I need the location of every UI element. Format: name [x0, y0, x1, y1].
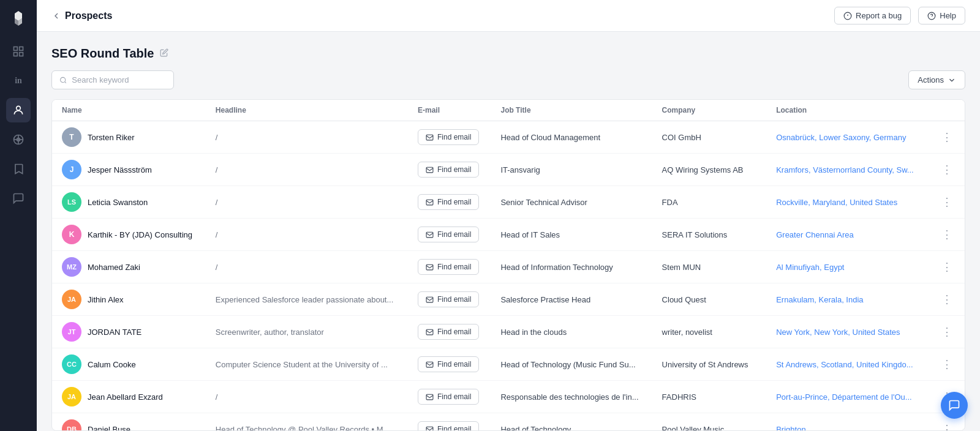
row-more-button[interactable]: ⋮	[939, 258, 955, 276]
company-cell: Pool Valley Music	[652, 413, 767, 432]
name-cell: JT JORDAN TATE	[52, 316, 206, 348]
headline-cell: Screenwriter, author, translator	[206, 316, 408, 348]
email-cell: Find email	[408, 413, 491, 432]
row-actions-cell: ⋮	[929, 186, 965, 219]
help-icon	[927, 12, 936, 20]
email-cell: Find email	[408, 186, 491, 219]
table-row: JA Jithin Alex Experienced Salesforce le…	[52, 283, 965, 316]
sidebar-icon-network[interactable]	[6, 127, 31, 152]
prospect-job-title: Head of Technology (Music Fund Su...	[500, 360, 635, 369]
chat-bubble[interactable]	[941, 392, 968, 419]
avatar: K	[62, 225, 81, 244]
table-header-row: Name Headline E-mail Job Title Company L…	[52, 100, 965, 121]
search-input[interactable]	[72, 75, 166, 84]
table-row: K Karthik - BY (JDA) Consulting / Find e…	[52, 219, 965, 251]
avatar: MZ	[62, 257, 81, 277]
prospect-company: AQ Wiring Systems AB	[662, 165, 744, 174]
name-cell: CC Calum Cooke	[52, 348, 206, 381]
prospect-location: New York, New York, United States	[776, 328, 900, 337]
row-actions-cell: ⋮	[929, 251, 965, 283]
find-email-button[interactable]: Find email	[418, 259, 479, 275]
row-more-button[interactable]: ⋮	[939, 290, 955, 309]
chevron-down-icon	[948, 76, 956, 84]
find-email-button[interactable]: Find email	[418, 324, 479, 340]
svg-rect-23	[426, 362, 433, 367]
location-cell: Kramfors, Västernorrland County, Sw...	[766, 154, 929, 186]
prospect-job-title: IT-ansvarig	[500, 165, 540, 174]
find-email-button[interactable]: Find email	[418, 356, 479, 372]
location-cell: Port-au-Prince, Département de l'Ou...	[766, 381, 929, 413]
svg-line-15	[65, 81, 66, 83]
back-button[interactable]: Prospects	[51, 10, 112, 21]
sidebar-icon-message[interactable]	[6, 186, 31, 211]
prospect-location: Ernakulam, Kerala, India	[776, 295, 863, 304]
prospect-headline: /	[216, 198, 218, 207]
col-name: Name	[52, 100, 206, 121]
find-email-button[interactable]: Find email	[418, 129, 479, 145]
row-more-button[interactable]: ⋮	[939, 323, 955, 341]
sidebar: in	[0, 0, 37, 431]
headline-cell: Head of Technology @ Pool Valley Records…	[206, 413, 408, 432]
find-email-button[interactable]: Find email	[418, 227, 479, 242]
company-cell: writer, novelist	[652, 316, 767, 348]
row-more-button[interactable]: ⋮	[939, 225, 955, 244]
svg-rect-19	[426, 232, 433, 238]
prospect-company: FDA	[662, 198, 678, 207]
svg-rect-17	[426, 167, 433, 173]
headline-cell: /	[206, 219, 408, 251]
job-title-cell: Head of Cloud Management	[491, 121, 652, 154]
edit-icon[interactable]	[160, 48, 168, 59]
sidebar-icon-chart[interactable]	[6, 39, 31, 64]
app-logo	[7, 7, 29, 29]
prospect-company: University of St Andrews	[662, 360, 748, 369]
prospect-job-title: Head of IT Sales	[500, 230, 560, 239]
prospect-headline: Computer Science Student at the Universi…	[216, 360, 388, 369]
col-email: E-mail	[408, 100, 491, 121]
prospect-name: Leticia Swanston	[88, 198, 148, 207]
sidebar-icon-people[interactable]	[6, 98, 31, 122]
prospect-location: Port-au-Prince, Département de l'Ou...	[776, 392, 911, 402]
email-icon	[426, 328, 434, 336]
avatar: T	[62, 127, 81, 147]
email-cell: Find email	[408, 121, 491, 154]
prospect-company: SERA IT Solutions	[662, 230, 728, 239]
location-cell: Rockville, Maryland, United States	[766, 186, 929, 219]
row-more-button[interactable]: ⋮	[939, 128, 955, 146]
find-email-button[interactable]: Find email	[418, 291, 479, 307]
headline-cell: /	[206, 186, 408, 219]
svg-rect-25	[426, 427, 433, 431]
prospect-location: Osnabrück, Lower Saxony, Germany	[776, 133, 906, 142]
table-row: MZ Mohamed Zaki / Find email Head of Inf…	[52, 251, 965, 283]
svg-point-4	[17, 106, 21, 110]
sidebar-icon-linkedin[interactable]: in	[6, 69, 31, 93]
help-button[interactable]: Help	[918, 7, 965, 24]
find-email-button[interactable]: Find email	[418, 162, 479, 178]
find-email-button[interactable]: Find email	[418, 421, 479, 431]
find-email-button[interactable]: Find email	[418, 389, 479, 405]
company-cell: FADHRIS	[652, 381, 767, 413]
name-cell: T Torsten Riker	[52, 121, 206, 154]
sidebar-icon-bookmark[interactable]	[6, 157, 31, 181]
prospect-name: Torsten Riker	[88, 133, 135, 142]
location-cell: Brighton	[766, 413, 929, 432]
row-more-button[interactable]: ⋮	[939, 193, 955, 211]
prospect-name: Jithin Alex	[88, 295, 124, 304]
email-icon	[426, 425, 434, 432]
svg-point-14	[61, 77, 66, 82]
row-more-button[interactable]: ⋮	[939, 160, 955, 179]
report-bug-button[interactable]: Report a bug	[834, 7, 911, 24]
search-box[interactable]	[51, 70, 174, 89]
avatar: LS	[62, 192, 81, 212]
job-title-cell: Head in the clouds	[491, 316, 652, 348]
table-row: LS Leticia Swanston / Find email Senior …	[52, 186, 965, 219]
row-more-button[interactable]: ⋮	[939, 420, 955, 431]
col-location: Location	[766, 100, 929, 121]
find-email-button[interactable]: Find email	[418, 194, 479, 210]
row-actions-cell: ⋮	[929, 154, 965, 186]
headline-cell: /	[206, 251, 408, 283]
name-cell: JA Jithin Alex	[52, 283, 206, 316]
actions-button[interactable]: Actions	[908, 70, 965, 89]
page-title: Prospects	[65, 10, 112, 21]
job-title-cell: Head of Technology (Music Fund Su...	[491, 348, 652, 381]
row-more-button[interactable]: ⋮	[939, 355, 955, 373]
